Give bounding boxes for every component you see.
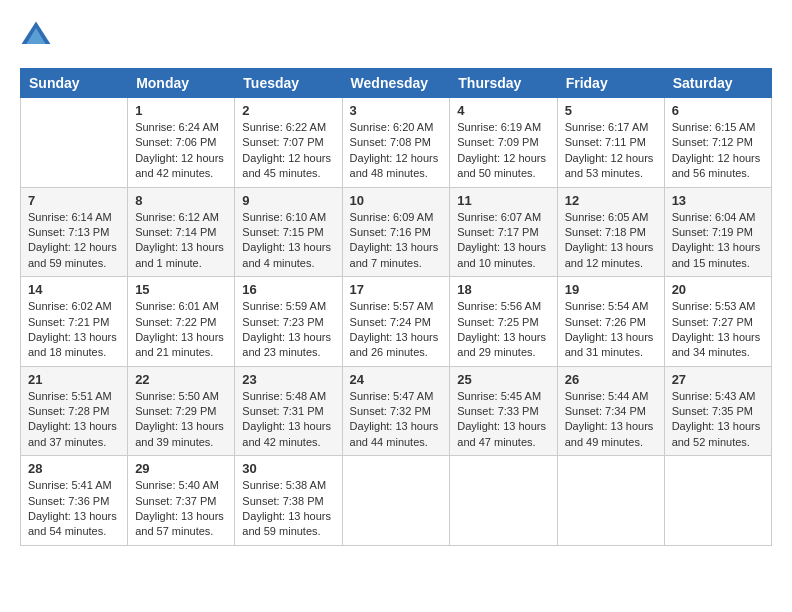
column-header-sunday: Sunday (21, 69, 128, 98)
calendar-week-row: 1Sunrise: 6:24 AM Sunset: 7:06 PM Daylig… (21, 98, 772, 188)
day-number: 10 (350, 193, 443, 208)
day-number: 2 (242, 103, 334, 118)
day-number: 16 (242, 282, 334, 297)
day-number: 30 (242, 461, 334, 476)
calendar-cell: 20Sunrise: 5:53 AM Sunset: 7:27 PM Dayli… (664, 277, 771, 367)
column-header-tuesday: Tuesday (235, 69, 342, 98)
day-info: Sunrise: 5:48 AM Sunset: 7:31 PM Dayligh… (242, 389, 334, 451)
day-info: Sunrise: 6:10 AM Sunset: 7:15 PM Dayligh… (242, 210, 334, 272)
calendar-cell: 26Sunrise: 5:44 AM Sunset: 7:34 PM Dayli… (557, 366, 664, 456)
day-info: Sunrise: 6:01 AM Sunset: 7:22 PM Dayligh… (135, 299, 227, 361)
calendar-cell: 4Sunrise: 6:19 AM Sunset: 7:09 PM Daylig… (450, 98, 557, 188)
calendar-cell: 28Sunrise: 5:41 AM Sunset: 7:36 PM Dayli… (21, 456, 128, 546)
day-number: 25 (457, 372, 549, 387)
day-number: 3 (350, 103, 443, 118)
column-header-monday: Monday (128, 69, 235, 98)
day-number: 8 (135, 193, 227, 208)
calendar-cell: 3Sunrise: 6:20 AM Sunset: 7:08 PM Daylig… (342, 98, 450, 188)
calendar-cell: 29Sunrise: 5:40 AM Sunset: 7:37 PM Dayli… (128, 456, 235, 546)
calendar-cell (342, 456, 450, 546)
day-info: Sunrise: 6:15 AM Sunset: 7:12 PM Dayligh… (672, 120, 764, 182)
day-number: 17 (350, 282, 443, 297)
logo-icon (20, 20, 52, 52)
calendar-cell: 24Sunrise: 5:47 AM Sunset: 7:32 PM Dayli… (342, 366, 450, 456)
day-info: Sunrise: 5:41 AM Sunset: 7:36 PM Dayligh… (28, 478, 120, 540)
calendar-cell: 7Sunrise: 6:14 AM Sunset: 7:13 PM Daylig… (21, 187, 128, 277)
day-number: 7 (28, 193, 120, 208)
day-info: Sunrise: 5:44 AM Sunset: 7:34 PM Dayligh… (565, 389, 657, 451)
day-number: 19 (565, 282, 657, 297)
calendar-week-row: 7Sunrise: 6:14 AM Sunset: 7:13 PM Daylig… (21, 187, 772, 277)
logo (20, 20, 56, 52)
day-info: Sunrise: 5:59 AM Sunset: 7:23 PM Dayligh… (242, 299, 334, 361)
day-number: 14 (28, 282, 120, 297)
calendar-cell (450, 456, 557, 546)
day-number: 9 (242, 193, 334, 208)
calendar-cell (557, 456, 664, 546)
calendar-cell: 12Sunrise: 6:05 AM Sunset: 7:18 PM Dayli… (557, 187, 664, 277)
day-info: Sunrise: 5:56 AM Sunset: 7:25 PM Dayligh… (457, 299, 549, 361)
day-info: Sunrise: 6:05 AM Sunset: 7:18 PM Dayligh… (565, 210, 657, 272)
day-info: Sunrise: 6:07 AM Sunset: 7:17 PM Dayligh… (457, 210, 549, 272)
day-number: 22 (135, 372, 227, 387)
day-info: Sunrise: 5:53 AM Sunset: 7:27 PM Dayligh… (672, 299, 764, 361)
day-number: 11 (457, 193, 549, 208)
day-info: Sunrise: 6:19 AM Sunset: 7:09 PM Dayligh… (457, 120, 549, 182)
column-header-wednesday: Wednesday (342, 69, 450, 98)
column-header-thursday: Thursday (450, 69, 557, 98)
day-info: Sunrise: 5:50 AM Sunset: 7:29 PM Dayligh… (135, 389, 227, 451)
day-info: Sunrise: 5:51 AM Sunset: 7:28 PM Dayligh… (28, 389, 120, 451)
calendar-cell: 25Sunrise: 5:45 AM Sunset: 7:33 PM Dayli… (450, 366, 557, 456)
calendar-week-row: 14Sunrise: 6:02 AM Sunset: 7:21 PM Dayli… (21, 277, 772, 367)
calendar-cell: 2Sunrise: 6:22 AM Sunset: 7:07 PM Daylig… (235, 98, 342, 188)
day-info: Sunrise: 5:43 AM Sunset: 7:35 PM Dayligh… (672, 389, 764, 451)
calendar-cell: 30Sunrise: 5:38 AM Sunset: 7:38 PM Dayli… (235, 456, 342, 546)
calendar-table: SundayMondayTuesdayWednesdayThursdayFrid… (20, 68, 772, 546)
calendar-cell: 22Sunrise: 5:50 AM Sunset: 7:29 PM Dayli… (128, 366, 235, 456)
day-number: 5 (565, 103, 657, 118)
day-number: 6 (672, 103, 764, 118)
day-number: 24 (350, 372, 443, 387)
day-number: 15 (135, 282, 227, 297)
calendar-cell: 19Sunrise: 5:54 AM Sunset: 7:26 PM Dayli… (557, 277, 664, 367)
calendar-cell: 15Sunrise: 6:01 AM Sunset: 7:22 PM Dayli… (128, 277, 235, 367)
day-info: Sunrise: 6:12 AM Sunset: 7:14 PM Dayligh… (135, 210, 227, 272)
day-info: Sunrise: 5:40 AM Sunset: 7:37 PM Dayligh… (135, 478, 227, 540)
calendar-cell: 21Sunrise: 5:51 AM Sunset: 7:28 PM Dayli… (21, 366, 128, 456)
day-number: 21 (28, 372, 120, 387)
calendar-cell (664, 456, 771, 546)
day-info: Sunrise: 5:38 AM Sunset: 7:38 PM Dayligh… (242, 478, 334, 540)
day-info: Sunrise: 6:14 AM Sunset: 7:13 PM Dayligh… (28, 210, 120, 272)
calendar-week-row: 21Sunrise: 5:51 AM Sunset: 7:28 PM Dayli… (21, 366, 772, 456)
calendar-cell: 6Sunrise: 6:15 AM Sunset: 7:12 PM Daylig… (664, 98, 771, 188)
day-info: Sunrise: 6:04 AM Sunset: 7:19 PM Dayligh… (672, 210, 764, 272)
day-number: 4 (457, 103, 549, 118)
calendar-cell: 10Sunrise: 6:09 AM Sunset: 7:16 PM Dayli… (342, 187, 450, 277)
day-info: Sunrise: 6:09 AM Sunset: 7:16 PM Dayligh… (350, 210, 443, 272)
day-info: Sunrise: 6:22 AM Sunset: 7:07 PM Dayligh… (242, 120, 334, 182)
day-info: Sunrise: 6:24 AM Sunset: 7:06 PM Dayligh… (135, 120, 227, 182)
day-info: Sunrise: 5:47 AM Sunset: 7:32 PM Dayligh… (350, 389, 443, 451)
page-header (20, 20, 772, 52)
calendar-header-row: SundayMondayTuesdayWednesdayThursdayFrid… (21, 69, 772, 98)
calendar-cell: 14Sunrise: 6:02 AM Sunset: 7:21 PM Dayli… (21, 277, 128, 367)
day-number: 27 (672, 372, 764, 387)
day-info: Sunrise: 6:17 AM Sunset: 7:11 PM Dayligh… (565, 120, 657, 182)
day-number: 20 (672, 282, 764, 297)
calendar-cell: 1Sunrise: 6:24 AM Sunset: 7:06 PM Daylig… (128, 98, 235, 188)
calendar-cell: 18Sunrise: 5:56 AM Sunset: 7:25 PM Dayli… (450, 277, 557, 367)
day-number: 12 (565, 193, 657, 208)
calendar-cell: 16Sunrise: 5:59 AM Sunset: 7:23 PM Dayli… (235, 277, 342, 367)
calendar-cell: 5Sunrise: 6:17 AM Sunset: 7:11 PM Daylig… (557, 98, 664, 188)
day-info: Sunrise: 5:54 AM Sunset: 7:26 PM Dayligh… (565, 299, 657, 361)
column-header-friday: Friday (557, 69, 664, 98)
column-header-saturday: Saturday (664, 69, 771, 98)
calendar-cell: 13Sunrise: 6:04 AM Sunset: 7:19 PM Dayli… (664, 187, 771, 277)
day-info: Sunrise: 5:57 AM Sunset: 7:24 PM Dayligh… (350, 299, 443, 361)
calendar-cell: 8Sunrise: 6:12 AM Sunset: 7:14 PM Daylig… (128, 187, 235, 277)
day-number: 28 (28, 461, 120, 476)
calendar-cell: 27Sunrise: 5:43 AM Sunset: 7:35 PM Dayli… (664, 366, 771, 456)
calendar-cell: 17Sunrise: 5:57 AM Sunset: 7:24 PM Dayli… (342, 277, 450, 367)
day-info: Sunrise: 6:20 AM Sunset: 7:08 PM Dayligh… (350, 120, 443, 182)
calendar-week-row: 28Sunrise: 5:41 AM Sunset: 7:36 PM Dayli… (21, 456, 772, 546)
